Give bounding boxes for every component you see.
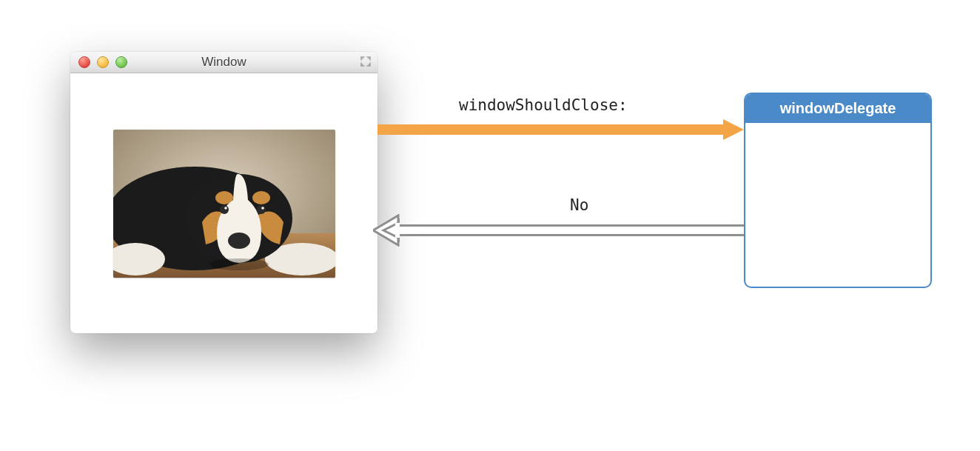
- svg-point-13: [209, 258, 269, 270]
- close-button-icon[interactable]: [78, 56, 90, 68]
- svg-point-11: [224, 207, 227, 210]
- zoom-button-icon[interactable]: [115, 56, 127, 68]
- window-content: [70, 73, 377, 333]
- return-label: No: [570, 196, 588, 214]
- svg-point-8: [228, 233, 250, 249]
- message-label: windowShouldClose:: [459, 96, 628, 114]
- return-arrow: [377, 222, 744, 238]
- svg-point-9: [220, 205, 229, 214]
- delegate-title: windowDelegate: [745, 94, 930, 123]
- message-arrow: [377, 121, 744, 138]
- svg-marker-18: [373, 216, 398, 245]
- svg-point-12: [261, 207, 264, 210]
- app-window: Window: [70, 52, 377, 333]
- traffic-lights: [70, 56, 127, 68]
- window-titlebar: Window: [70, 52, 377, 73]
- content-image: [113, 130, 335, 278]
- fullscreen-icon[interactable]: [360, 56, 372, 67]
- svg-rect-19: [395, 223, 400, 238]
- svg-point-10: [257, 205, 266, 214]
- svg-point-7: [252, 191, 270, 204]
- return-arrowhead-icon: [373, 214, 400, 247]
- minimize-button-icon[interactable]: [97, 56, 109, 68]
- delegate-object: windowDelegate: [744, 93, 932, 288]
